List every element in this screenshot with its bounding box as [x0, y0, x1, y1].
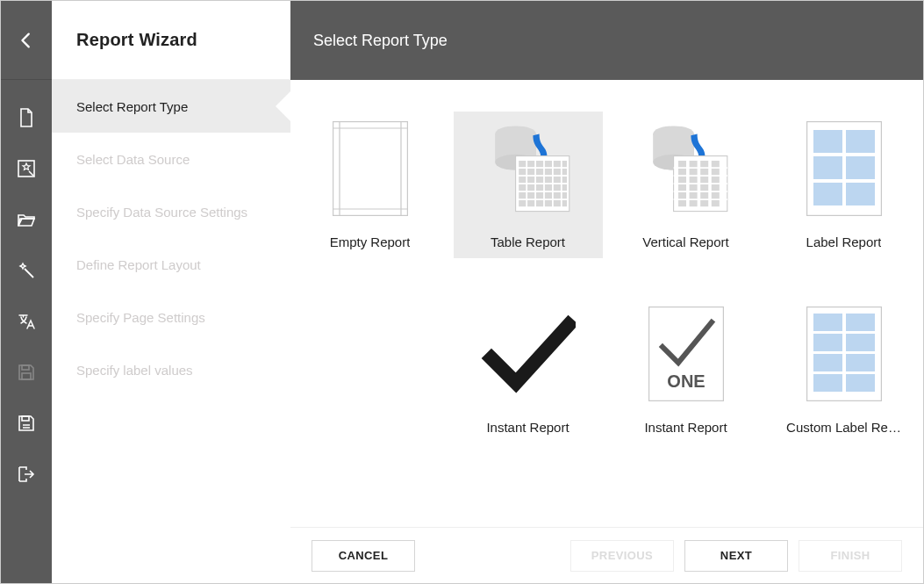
svg-rect-65: [813, 156, 842, 179]
type-label: Table Report: [491, 234, 565, 249]
header: Report Wizard Select Report Type: [1, 1, 923, 80]
finish-button[interactable]: FINISH: [799, 540, 902, 572]
svg-rect-36: [562, 184, 566, 191]
cancel-button[interactable]: CANCEL: [312, 540, 415, 572]
svg-rect-33: [536, 184, 543, 191]
rail-wizard[interactable]: [1, 143, 52, 194]
wizard-title: Report Wizard: [76, 30, 197, 50]
svg-rect-77: [846, 354, 875, 371]
wizard-title-area: Report Wizard: [52, 1, 290, 80]
svg-rect-21: [536, 169, 543, 175]
custom-label-icon: [806, 306, 882, 401]
svg-rect-46: [544, 200, 551, 206]
type-label-report[interactable]: Label Report: [770, 112, 919, 258]
svg-rect-20: [527, 169, 534, 175]
step-label: Define Report Layout: [76, 257, 201, 272]
svg-rect-13: [519, 161, 526, 167]
type-instant-report-one[interactable]: ONE Instant Report: [612, 297, 761, 443]
back-button[interactable]: [1, 1, 52, 80]
svg-rect-26: [527, 177, 534, 183]
step-select-data-source[interactable]: Select Data Source: [52, 133, 290, 185]
empty-report-icon: [333, 121, 408, 216]
rail-exit[interactable]: [1, 449, 52, 500]
svg-rect-79: [846, 374, 875, 392]
step-title-area: Select Report Type: [290, 1, 923, 80]
next-label: NEXT: [720, 549, 752, 562]
rail-wand[interactable]: [1, 245, 52, 296]
footer: CANCEL PREVIOUS NEXT FINISH: [290, 527, 923, 583]
svg-rect-66: [846, 156, 875, 179]
rail-open[interactable]: [1, 194, 52, 245]
step-label: Specify Data Source Settings: [76, 205, 247, 220]
svg-rect-45: [536, 200, 543, 206]
svg-rect-68: [846, 183, 875, 205]
svg-rect-17: [553, 161, 560, 167]
type-label: Instant Report: [486, 420, 569, 435]
type-custom-label-report[interactable]: Custom Label Re…: [770, 297, 919, 443]
type-label: Empty Report: [330, 234, 411, 249]
svg-text:ONE: ONE: [667, 371, 705, 391]
svg-rect-27: [536, 177, 543, 183]
svg-rect-48: [562, 200, 566, 206]
svg-rect-30: [562, 177, 566, 183]
svg-rect-47: [553, 200, 560, 206]
svg-rect-24: [562, 169, 566, 175]
step-define-layout[interactable]: Define Report Layout: [52, 238, 290, 291]
step-label: Specify Page Settings: [76, 310, 205, 325]
finish-label: FINISH: [830, 549, 870, 562]
rail-translate[interactable]: [1, 296, 52, 347]
left-rail: [1, 80, 52, 583]
svg-rect-78: [813, 374, 842, 392]
content-area: Empty Report: [290, 80, 923, 583]
magic-wand-icon: [16, 260, 37, 281]
step-page-settings[interactable]: Specify Page Settings: [52, 291, 290, 343]
svg-rect-63: [813, 130, 842, 153]
step-title: Select Report Type: [313, 32, 448, 50]
svg-rect-35: [553, 184, 560, 191]
svg-rect-44: [527, 200, 534, 206]
rail-save-as[interactable]: [1, 398, 52, 449]
svg-rect-40: [544, 192, 551, 198]
vertical-report-icon: [639, 119, 734, 218]
type-label: Custom Label Re…: [786, 420, 901, 435]
type-vertical-report[interactable]: Vertical Report: [612, 112, 761, 258]
previous-button[interactable]: PREVIOUS: [570, 540, 674, 572]
exit-icon: [16, 464, 37, 485]
rail-new[interactable]: [1, 92, 52, 143]
svg-rect-67: [813, 183, 842, 205]
svg-rect-19: [519, 169, 526, 175]
svg-rect-3: [22, 416, 29, 421]
save-as-icon: [16, 413, 37, 434]
svg-rect-14: [527, 161, 534, 167]
svg-rect-1: [22, 365, 29, 370]
step-label-values[interactable]: Specify label values: [52, 343, 290, 396]
svg-rect-74: [813, 334, 842, 351]
step-label: Select Report Type: [76, 99, 188, 114]
step-data-source-settings[interactable]: Specify Data Source Settings: [52, 185, 290, 238]
rail-save[interactable]: [1, 347, 52, 398]
window: Report Wizard Select Report Type: [0, 0, 924, 584]
steps-panel: Select Report Type Select Data Source Sp…: [52, 80, 290, 583]
table-report-icon: [481, 119, 576, 218]
step-select-report-type[interactable]: Select Report Type: [52, 80, 290, 133]
translate-icon: [16, 311, 37, 332]
chevron-left-icon: [17, 31, 36, 50]
type-empty-report[interactable]: Empty Report: [296, 112, 445, 258]
svg-rect-34: [544, 184, 551, 191]
svg-rect-64: [846, 130, 875, 153]
svg-rect-29: [553, 177, 560, 183]
type-instant-report[interactable]: Instant Report: [454, 297, 603, 443]
svg-rect-23: [553, 169, 560, 175]
previous-label: PREVIOUS: [591, 549, 653, 562]
svg-rect-22: [544, 169, 551, 175]
svg-rect-31: [519, 184, 526, 191]
svg-rect-39: [536, 192, 543, 198]
report-type-grid: Empty Report: [312, 112, 902, 443]
type-table-report[interactable]: Table Report: [454, 112, 603, 258]
step-label: Specify label values: [76, 363, 193, 378]
star-search-icon: [16, 158, 37, 179]
step-label: Select Data Source: [76, 152, 190, 167]
next-button[interactable]: NEXT: [684, 540, 788, 572]
svg-rect-72: [813, 314, 842, 331]
svg-rect-25: [519, 177, 526, 183]
